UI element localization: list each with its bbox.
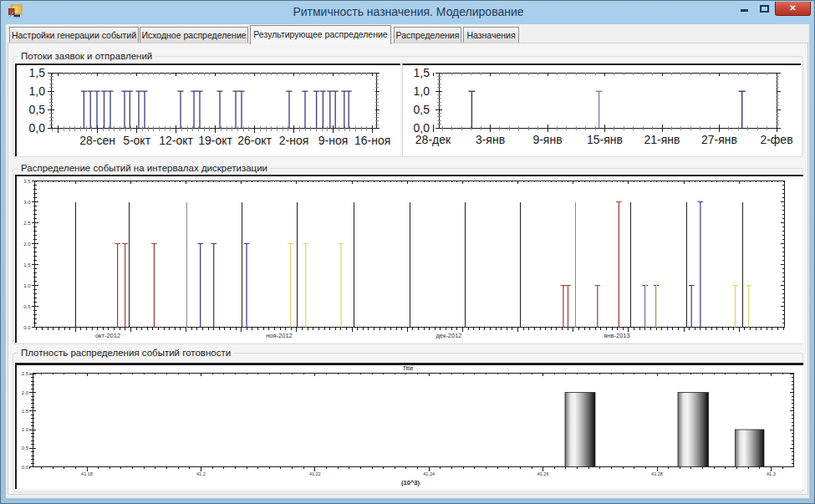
- svg-text:0,0: 0,0: [29, 121, 46, 135]
- svg-text:3-янв: 3-янв: [476, 133, 505, 146]
- svg-text:янв-2013: янв-2013: [604, 332, 629, 339]
- svg-text:0.0: 0.0: [23, 325, 31, 330]
- svg-text:41.18: 41.18: [81, 471, 93, 476]
- svg-text:15-янв: 15-янв: [587, 133, 623, 146]
- svg-text:1,0: 1,0: [29, 84, 46, 98]
- svg-text:3.0: 3.0: [23, 200, 31, 205]
- svg-text:Title: Title: [403, 365, 414, 371]
- svg-text:0.0: 0.0: [22, 465, 29, 470]
- svg-text:2.5: 2.5: [23, 221, 31, 226]
- svg-text:5-окт: 5-окт: [123, 134, 151, 147]
- svg-text:9-янв: 9-янв: [532, 133, 562, 146]
- svg-text:дек-2012: дек-2012: [436, 332, 461, 339]
- svg-text:1.0: 1.0: [22, 427, 29, 432]
- svg-text:21-янв: 21-янв: [644, 133, 680, 146]
- svg-text:1,5: 1,5: [414, 66, 430, 79]
- svg-text:ноя-2012: ноя-2012: [266, 332, 293, 339]
- svg-text:1.5: 1.5: [23, 262, 31, 267]
- svg-text:12-окт: 12-окт: [159, 134, 193, 147]
- svg-text:0,5: 0,5: [29, 103, 46, 116]
- svg-text:41.3: 41.3: [767, 471, 776, 476]
- svg-text:16-ноя: 16-ноя: [354, 134, 390, 147]
- svg-text:0.5: 0.5: [22, 445, 29, 451]
- svg-text:1,0: 1,0: [414, 84, 430, 98]
- svg-text:28-дек: 28-дек: [415, 133, 451, 146]
- svg-text:9-ноя: 9-ноя: [318, 134, 349, 147]
- svg-text:2.0: 2.0: [22, 390, 29, 395]
- svg-text:41.22: 41.22: [309, 471, 321, 476]
- svg-text:2-ноя: 2-ноя: [279, 134, 309, 147]
- svg-text:19-окт: 19-окт: [198, 134, 232, 147]
- svg-text:0,5: 0,5: [414, 103, 430, 116]
- svg-text:3.5: 3.5: [23, 179, 31, 184]
- svg-text:(10^3): (10^3): [401, 479, 420, 486]
- svg-text:26-окт: 26-окт: [237, 134, 272, 147]
- svg-text:1.0: 1.0: [23, 283, 31, 288]
- svg-text:41.2: 41.2: [196, 471, 206, 476]
- svg-text:1,5: 1,5: [29, 66, 46, 79]
- svg-text:2.0: 2.0: [23, 242, 31, 247]
- svg-text:0.5: 0.5: [23, 304, 31, 309]
- svg-text:41.24: 41.24: [423, 471, 435, 476]
- svg-text:28-сен: 28-сен: [79, 134, 115, 147]
- svg-text:41.28: 41.28: [651, 471, 663, 476]
- svg-text:2-фев: 2-фев: [760, 133, 792, 146]
- svg-text:41.26: 41.26: [537, 471, 549, 476]
- svg-text:27-янв: 27-янв: [701, 133, 737, 146]
- svg-text:1.5: 1.5: [22, 409, 29, 414]
- svg-text:2.5: 2.5: [22, 371, 29, 376]
- svg-text:окт-2012: окт-2012: [95, 332, 120, 339]
